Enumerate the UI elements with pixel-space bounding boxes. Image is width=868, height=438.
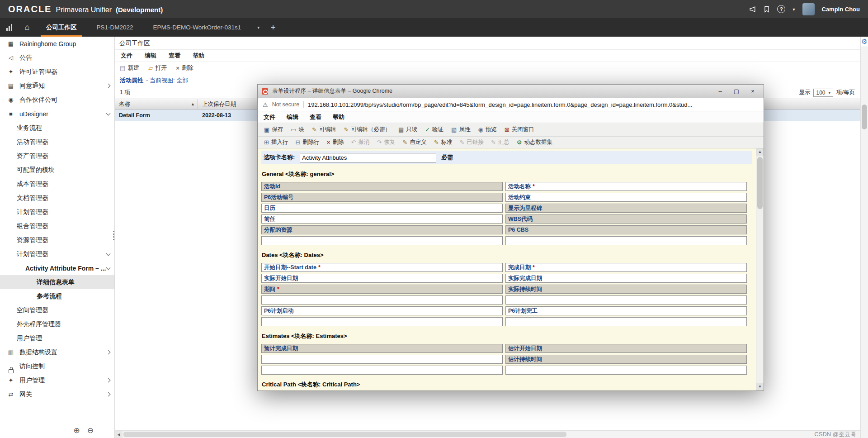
- menu-item[interactable]: 帮助: [333, 113, 344, 121]
- sidebar-item[interactable]: ✦许可证管理器: [0, 65, 114, 79]
- page-size-select[interactable]: 100 ▾: [813, 89, 833, 97]
- sidebar-item[interactable]: 计划管理器: [0, 247, 114, 261]
- sidebar-item[interactable]: 外壳程序管理器: [0, 317, 114, 331]
- form-scrollbar-thumb[interactable]: [757, 157, 763, 209]
- menu-item[interactable]: 文件: [264, 113, 275, 121]
- form-field-empty[interactable]: [505, 366, 747, 375]
- form-field-editable[interactable]: 实际完成日期: [505, 274, 747, 283]
- scroll-down-icon[interactable]: ▼: [756, 383, 764, 390]
- form-field-editable[interactable]: 实际开始日期: [261, 274, 503, 283]
- chevron-right-icon[interactable]: [106, 392, 111, 397]
- form-field-empty[interactable]: [261, 317, 503, 326]
- form-field-empty[interactable]: [261, 366, 503, 375]
- form-scrollbar[interactable]: ▲ ▼: [756, 148, 764, 390]
- menu-item[interactable]: 编辑: [287, 113, 298, 121]
- new-doc-button[interactable]: ▤新建: [120, 64, 139, 72]
- menu-item[interactable]: 查看: [310, 113, 321, 121]
- add-tab-icon[interactable]: +: [266, 18, 280, 37]
- form-field-readonly[interactable]: 期间*: [261, 285, 503, 294]
- sidebar-item[interactable]: ▤同意通知: [0, 79, 114, 93]
- insert-row-button[interactable]: ⊞插入行: [261, 137, 291, 148]
- sidebar-item[interactable]: 参考流程: [0, 289, 114, 303]
- sidebar-item[interactable]: ✦用户管理: [0, 373, 114, 387]
- menu-item[interactable]: 编辑: [145, 52, 156, 60]
- editable-required-button[interactable]: ✎可编辑（必需）: [341, 124, 394, 135]
- sidebar-item[interactable]: 详细信息表单: [0, 275, 114, 289]
- validate-button[interactable]: ✓验证: [422, 124, 447, 135]
- form-field-readonly[interactable]: 分配的资源: [261, 225, 503, 234]
- editable-button[interactable]: ✎可编辑: [309, 124, 339, 135]
- url-field[interactable]: 192.168.10.101:2099/bp/sys/studio/form/b…: [308, 101, 759, 108]
- form-field-editable[interactable]: P6计划完工: [505, 306, 747, 315]
- sidebar-item[interactable]: 成本管理器: [0, 177, 114, 191]
- form-field-readonly[interactable]: 活动Id: [261, 182, 503, 191]
- chevron-down-icon[interactable]: [106, 111, 111, 115]
- caret-down-icon[interactable]: ▾: [793, 7, 795, 12]
- form-field-editable[interactable]: 开始日期--Start date*: [261, 263, 503, 272]
- form-field-readonly[interactable]: 估计开始日期: [505, 344, 747, 353]
- scroll-left-icon[interactable]: ◀: [115, 431, 123, 438]
- sidebar-item[interactable]: 访问控制: [0, 359, 114, 373]
- menu-item[interactable]: 帮助: [193, 52, 204, 60]
- menu-item[interactable]: 查看: [169, 52, 180, 60]
- sidebar-item[interactable]: 活动管理器: [0, 135, 114, 149]
- custom-button[interactable]: ✎自定义: [399, 137, 429, 148]
- form-field-empty[interactable]: [261, 295, 503, 305]
- form-field-empty[interactable]: [505, 295, 747, 305]
- form-field-readonly[interactable]: WBS代码: [505, 214, 747, 224]
- home-icon[interactable]: ⌂: [18, 18, 36, 37]
- announcements-icon[interactable]: [749, 5, 756, 13]
- save-button[interactable]: ▣保存: [261, 124, 286, 135]
- sidebar-item[interactable]: ◉合作伙伴公司: [0, 93, 114, 107]
- form-field-editable[interactable]: 活动名称*: [505, 182, 747, 191]
- dataset-button[interactable]: ⚙动态数据集: [514, 137, 556, 148]
- sidebar-item[interactable]: 业务流程: [0, 121, 114, 135]
- bookmark-icon[interactable]: [764, 5, 770, 13]
- delete-button[interactable]: ×删除: [324, 137, 347, 148]
- window-titlebar[interactable]: 表单设计程序 – 详细信息表单 – Google Chrome –▢×: [258, 85, 764, 98]
- sidebar-root[interactable]: ▦ Raininghome Group: [0, 37, 114, 51]
- avatar[interactable]: [802, 3, 815, 15]
- workspace-tab[interactable]: 公司工作区: [36, 18, 87, 37]
- form-field-editable[interactable]: P6计划启动: [261, 306, 503, 315]
- linked-button[interactable]: ✎已链接: [457, 137, 487, 148]
- column-header-name[interactable]: 名称▲: [115, 99, 198, 109]
- sidebar-item[interactable]: 资源管理器: [0, 233, 114, 247]
- form-field-readonly[interactable]: 预计完成日期: [261, 344, 503, 353]
- vertical-scrollbar-thumb[interactable]: [862, 105, 867, 129]
- form-field-empty[interactable]: [505, 236, 747, 245]
- form-field-editable[interactable]: 活动约束: [505, 193, 747, 202]
- tab-name-input[interactable]: [300, 153, 436, 162]
- sidebar-item[interactable]: ◁公告: [0, 51, 114, 65]
- workspace-tab[interactable]: EPMS-DEMO-WorkOrder-031s1: [143, 18, 251, 37]
- stats-icon[interactable]: [0, 18, 18, 37]
- sidebar-item[interactable]: 组合管理器: [0, 219, 114, 233]
- preview-button[interactable]: ◉预览: [475, 124, 500, 135]
- delete-x-button[interactable]: ×删除: [176, 64, 193, 72]
- undo-button[interactable]: ↶撤消: [348, 137, 373, 148]
- tab-list-caret-icon[interactable]: ▾: [251, 18, 266, 37]
- form-field-editable[interactable]: 前任: [261, 214, 503, 224]
- sidebar-item[interactable]: ⇄网关: [0, 387, 114, 401]
- chevron-down-icon[interactable]: [106, 265, 111, 270]
- chevron-down-icon[interactable]: [106, 251, 111, 256]
- properties-button[interactable]: ▧属性: [448, 124, 473, 135]
- scroll-up-icon[interactable]: ▲: [756, 148, 764, 156]
- sidebar-item[interactable]: 用户管理: [0, 331, 114, 345]
- delete-row-button[interactable]: ⊟删除行: [292, 137, 322, 148]
- menu-item[interactable]: 文件: [121, 52, 132, 60]
- form-field-editable[interactable]: 完成日期*: [505, 263, 747, 272]
- chevron-right-icon[interactable]: [106, 378, 111, 383]
- form-field-empty[interactable]: [261, 236, 503, 245]
- open-folder-button[interactable]: ▱打开: [148, 64, 167, 72]
- summary-button[interactable]: ✎汇总: [488, 137, 513, 148]
- minimize-button[interactable]: –: [713, 86, 727, 96]
- sidebar-item[interactable]: Activity Attribute Form – ...: [0, 261, 114, 275]
- gear-icon[interactable]: ⚙: [861, 37, 868, 47]
- zoom-in-icon[interactable]: ⊕: [74, 426, 80, 435]
- workspace-tab[interactable]: PS1-DM2022: [87, 18, 143, 37]
- close-button[interactable]: ×: [746, 86, 760, 96]
- zoom-out-icon[interactable]: ⊖: [87, 426, 94, 435]
- standard-button[interactable]: ✎标准: [431, 137, 456, 148]
- sidebar-resize-handle[interactable]: [113, 231, 115, 242]
